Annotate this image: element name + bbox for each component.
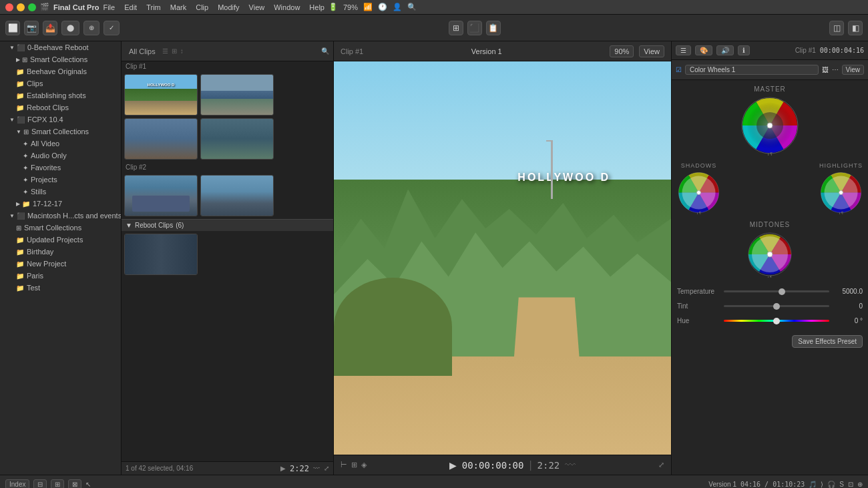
timeline-audio-skimmer-icon[interactable]: 🎧: [827, 481, 835, 488]
list-item[interactable]: [200, 175, 274, 216]
minimize-button[interactable]: [17, 3, 25, 11]
highlights-wheel[interactable]: ↺: [819, 171, 863, 216]
info-tab[interactable]: ℹ: [738, 45, 750, 55]
effect-dropdown[interactable]: Color Wheels 1: [685, 65, 819, 75]
tint-slider[interactable]: [724, 305, 829, 307]
sidebar-item-all-video[interactable]: ✦ All Video: [0, 138, 121, 150]
timeline-tool-2[interactable]: ⊞: [51, 479, 64, 488]
search-icon[interactable]: 🔍: [321, 47, 329, 55]
sidebar-item-beehave-reboot[interactable]: ▼ ⬛ 0-Beehave Reboot: [0, 41, 121, 53]
timeline-tool-1[interactable]: ⊟: [33, 479, 47, 488]
close-button[interactable]: [5, 3, 13, 11]
menu-mark[interactable]: Mark: [170, 3, 186, 11]
sidebar-item-paris[interactable]: 📁 Paris: [0, 270, 121, 282]
menu-window[interactable]: Window: [274, 3, 300, 11]
list-item[interactable]: [124, 234, 198, 275]
sidebar-item-updated-projects[interactable]: 📁 Updated Projects: [0, 234, 121, 246]
master-label: MASTER: [677, 85, 863, 93]
menu-modify[interactable]: Modify: [218, 3, 239, 11]
list-item[interactable]: [124, 118, 198, 160]
play-button[interactable]: ▶: [280, 465, 286, 472]
sidebar-item-smart-collections-2[interactable]: ▼ ⊞ Smart Collections: [0, 126, 121, 138]
toggle-library-btn[interactable]: ⊞: [449, 21, 463, 35]
menu-clip[interactable]: Clip: [196, 3, 208, 11]
menu-file[interactable]: File: [103, 3, 115, 11]
connect-btn[interactable]: ⊕: [83, 21, 99, 35]
all-clips-label[interactable]: All Clips: [126, 47, 159, 56]
fullscreen-btn[interactable]: ⤢: [658, 461, 664, 469]
menu-help[interactable]: Help: [309, 3, 324, 11]
sidebar-item-smart-collections-1[interactable]: ▶ ⊞ Smart Collections: [0, 53, 121, 65]
sidebar-item-macintosh[interactable]: ▼ ⬛ Macintosh H...cts and events: [0, 210, 121, 222]
menu-edit[interactable]: Edit: [124, 3, 137, 11]
sidebar-item-fcpx[interactable]: ▼ ⬛ FCPX 10.4: [0, 113, 121, 126]
menu-trim[interactable]: Trim: [146, 3, 161, 11]
sidebar-item-clips[interactable]: 📁 Clips: [0, 77, 121, 89]
check-btn[interactable]: ✓: [103, 21, 120, 35]
shadows-wheel[interactable]: ↺: [677, 171, 720, 216]
sidebar-item-beehave-originals[interactable]: 📁 Beehave Originals: [0, 65, 121, 77]
index-label[interactable]: Index: [5, 479, 29, 488]
sort-icon[interactable]: ↕: [180, 47, 184, 55]
toggle-inspector-btn[interactable]: 📋: [486, 21, 501, 35]
triangle-icon[interactable]: ▼: [126, 222, 132, 229]
version-label: Version 1: [471, 47, 502, 55]
library-icon[interactable]: ⬜: [5, 21, 20, 35]
sidebar-item-17-12-17[interactable]: ▶ 📁 17-12-17: [0, 198, 121, 210]
fullscreen-icon[interactable]: ⤢: [324, 465, 329, 472]
new-btn[interactable]: ⬤: [61, 21, 79, 35]
save-effects-button[interactable]: Save Effects Preset: [792, 335, 863, 348]
timeline-snap-icon[interactable]: ⊡: [848, 481, 853, 488]
timeline-solo-icon[interactable]: S: [839, 481, 844, 488]
menu-view[interactable]: View: [249, 3, 265, 11]
sidebar-label: FCPX 10.4: [27, 115, 63, 124]
view-btn[interactable]: View: [639, 45, 664, 57]
toggle-viewer-btn[interactable]: ⬛: [467, 21, 482, 35]
theme-btn[interactable]: ◧: [848, 21, 863, 35]
sidebar-item-birthday[interactable]: 📁 Birthday: [0, 246, 121, 258]
timeline-tool-3[interactable]: ⊠: [68, 479, 81, 488]
hue-slider[interactable]: [724, 320, 829, 322]
sidebar-item-reboot-clips[interactable]: 📁 Reboot Clips: [0, 101, 121, 113]
preview-icon[interactable]: 🖼: [822, 66, 829, 73]
search-icon[interactable]: 🔍: [407, 3, 417, 11]
timeline-audio-icon[interactable]: 🎵: [809, 481, 817, 488]
clip-options-icon[interactable]: ⊞: [351, 461, 357, 469]
hue-thumb: [773, 318, 780, 324]
checkbox-icon[interactable]: ☑: [676, 66, 682, 73]
temperature-slider[interactable]: [724, 290, 829, 292]
view-btn[interactable]: View: [842, 65, 865, 75]
list-item[interactable]: [200, 118, 274, 160]
mark-in-icon[interactable]: ⊢: [341, 461, 347, 469]
sidebar-item-stills[interactable]: ✦ Stills: [0, 186, 121, 198]
timeline-area: Index ⊟ ⊞ ⊠ ↖ Version 1 04:16 / 01:10:23…: [0, 475, 868, 488]
grid-view-icon[interactable]: ⊞: [172, 47, 177, 55]
audio-tab[interactable]: 🔊: [716, 45, 734, 55]
timeline-cursor-icon[interactable]: ↖: [85, 481, 91, 488]
more-options-icon[interactable]: ⋯: [832, 66, 839, 73]
color-tab[interactable]: 🎨: [695, 45, 712, 55]
timeline-skimmer-icon[interactable]: ⟩: [821, 481, 823, 488]
photo-icon[interactable]: 📷: [24, 21, 39, 35]
layout-btn[interactable]: ◫: [829, 21, 844, 35]
list-item[interactable]: [200, 74, 274, 115]
midtones-wheel[interactable]: ↺: [746, 231, 793, 279]
sidebar-item-establishing-shots[interactable]: 📁 Establishing shots: [0, 89, 121, 101]
sidebar-item-smart-collections-3[interactable]: ⊞ Smart Collections: [0, 222, 121, 234]
maximize-button[interactable]: [28, 3, 36, 11]
list-view-icon[interactable]: ☰: [162, 47, 168, 55]
sidebar-item-new-project[interactable]: 📁 New Project: [0, 258, 121, 270]
keyframe-icon[interactable]: ◈: [361, 461, 367, 469]
inspector-tab[interactable]: ☰: [676, 45, 691, 55]
share-icon[interactable]: 📤: [43, 21, 57, 35]
sidebar-item-test[interactable]: 📁 Test: [0, 282, 121, 294]
master-wheel[interactable]: ↺: [740, 95, 800, 157]
list-item[interactable]: HOLLYWOO D: [124, 74, 198, 115]
timeline-zoom-icon[interactable]: ⊕: [857, 481, 863, 488]
zoom-btn[interactable]: 90%: [610, 45, 634, 57]
sidebar-item-audio-only[interactable]: ✦ Audio Only: [0, 150, 121, 162]
list-item[interactable]: [124, 175, 198, 216]
sidebar-item-projects[interactable]: ✦ Projects: [0, 174, 121, 186]
sidebar-item-favorites[interactable]: ✦ Favorites: [0, 162, 121, 174]
play-button[interactable]: ▶: [449, 460, 457, 471]
